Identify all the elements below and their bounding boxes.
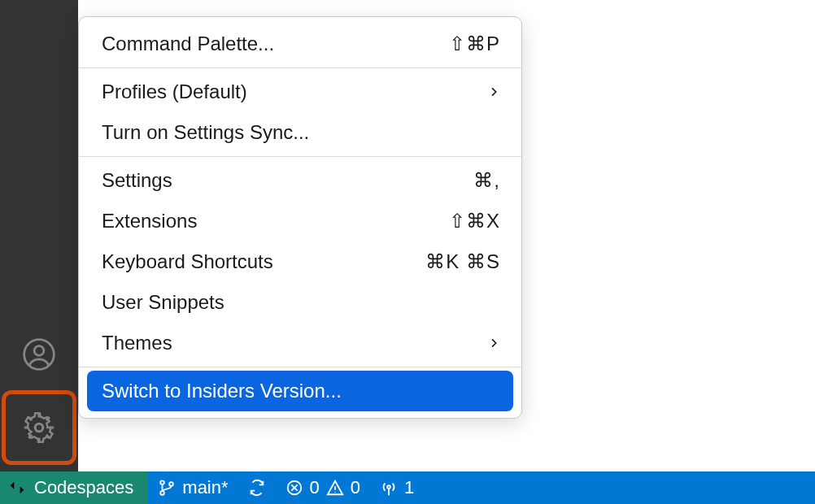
menu-label: Command Palette... bbox=[102, 33, 274, 55]
status-bar: Codespaces main* 0 0 1 bbox=[0, 471, 815, 504]
menu-item-settings-sync[interactable]: Turn on Settings Sync... bbox=[79, 112, 521, 153]
menu-item-command-palette[interactable]: Command Palette... ⇧⌘P bbox=[79, 24, 521, 64]
status-sync[interactable] bbox=[238, 471, 276, 504]
menu-label: User Snippets bbox=[102, 291, 224, 314]
menu-label: Switch to Insiders Version... bbox=[102, 380, 342, 402]
svg-point-1 bbox=[34, 346, 44, 356]
menu-item-keyboard-shortcuts[interactable]: Keyboard Shortcuts ⌘K ⌘S bbox=[79, 241, 521, 282]
manage-button[interactable] bbox=[10, 398, 68, 457]
status-label: Codespaces bbox=[34, 477, 133, 498]
menu-label: Settings bbox=[102, 169, 172, 192]
menu-label: Keyboard Shortcuts bbox=[102, 250, 273, 273]
activity-bar bbox=[0, 0, 78, 471]
chevron-right-icon bbox=[487, 80, 500, 103]
account-icon bbox=[21, 337, 57, 372]
sync-icon bbox=[248, 479, 266, 497]
menu-separator bbox=[79, 156, 521, 157]
menu-item-extensions[interactable]: Extensions ⇧⌘X bbox=[79, 201, 521, 241]
menu-shortcut: ⇧⌘P bbox=[449, 33, 500, 55]
status-warnings-count: 0 bbox=[351, 477, 360, 498]
status-branch[interactable]: main* bbox=[148, 471, 238, 504]
status-codespaces[interactable]: Codespaces bbox=[0, 471, 148, 504]
accounts-button[interactable] bbox=[10, 325, 68, 384]
menu-item-themes[interactable]: Themes bbox=[79, 323, 521, 363]
status-problems[interactable]: 0 0 bbox=[276, 471, 371, 504]
remote-icon bbox=[8, 479, 26, 497]
manage-context-menu: Command Palette... ⇧⌘P Profiles (Default… bbox=[78, 16, 522, 419]
warning-icon bbox=[326, 479, 344, 497]
svg-point-3 bbox=[161, 480, 165, 484]
menu-separator bbox=[79, 367, 521, 367]
menu-shortcut: ⌘, bbox=[473, 169, 500, 192]
gear-icon bbox=[20, 409, 58, 446]
menu-label: Turn on Settings Sync... bbox=[102, 121, 309, 144]
svg-point-7 bbox=[387, 485, 390, 489]
menu-shortcut: ⇧⌘X bbox=[449, 210, 500, 232]
menu-item-switch-insiders[interactable]: Switch to Insiders Version... bbox=[87, 371, 513, 411]
status-ports[interactable]: 1 bbox=[370, 471, 424, 504]
menu-label: Extensions bbox=[102, 210, 197, 232]
menu-item-profiles[interactable]: Profiles (Default) bbox=[79, 72, 521, 112]
manage-button-highlight bbox=[2, 390, 76, 465]
status-ports-count: 1 bbox=[404, 477, 414, 498]
status-label: main* bbox=[182, 477, 228, 498]
menu-item-user-snippets[interactable]: User Snippets bbox=[79, 282, 521, 323]
menu-label: Themes bbox=[102, 332, 172, 354]
error-icon bbox=[285, 479, 303, 497]
chevron-right-icon bbox=[487, 332, 500, 354]
svg-point-4 bbox=[161, 491, 165, 495]
svg-point-5 bbox=[170, 482, 174, 486]
git-branch-icon bbox=[158, 479, 176, 497]
menu-separator bbox=[79, 67, 521, 68]
broadcast-icon bbox=[380, 479, 398, 497]
menu-item-settings[interactable]: Settings ⌘, bbox=[79, 160, 521, 201]
status-errors-count: 0 bbox=[310, 477, 320, 498]
svg-point-2 bbox=[35, 424, 43, 432]
menu-label: Profiles (Default) bbox=[102, 80, 247, 103]
menu-shortcut: ⌘K ⌘S bbox=[425, 250, 500, 273]
